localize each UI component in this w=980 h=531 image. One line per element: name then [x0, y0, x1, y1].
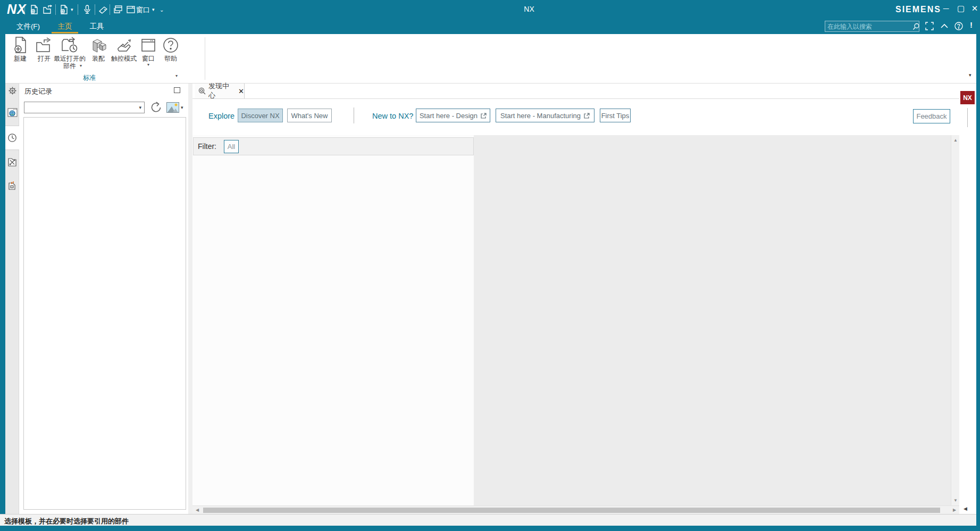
search-input[interactable] — [825, 23, 912, 30]
combobox-caret-icon[interactable]: ▾ — [139, 105, 141, 110]
ribbon-touch-mode-label: 触控模式 — [107, 55, 140, 63]
history-list[interactable] — [23, 117, 186, 510]
menu-bar: 文件(F) 主页 工具 ! — [0, 19, 980, 34]
window-menu-caret[interactable]: ▾ — [152, 7, 155, 12]
history-clock-icon[interactable] — [5, 131, 19, 145]
scroll-right-icon[interactable]: ▶ — [953, 508, 956, 512]
whats-new-button[interactable]: What's New — [287, 109, 332, 122]
feedback-button[interactable]: Feedback — [913, 109, 950, 123]
ribbon-recent-parts-caret[interactable]: ▾ — [80, 64, 82, 68]
window-title: NX — [510, 5, 548, 13]
start-here-manufacturing-label: Start here - Manufacturing — [500, 112, 581, 120]
discovery-tab-label: 发现中心 — [208, 81, 234, 101]
ribbon-window-caret[interactable]: ▾ — [136, 63, 161, 67]
help-icon[interactable] — [954, 21, 964, 31]
window-border-bottom — [0, 526, 980, 531]
window-border-right — [976, 0, 980, 531]
vertical-scrollbar[interactable]: ▲ ▼ — [951, 135, 959, 505]
filter-bar: Filter: All — [193, 137, 474, 155]
discover-nx-button[interactable]: Discover NX — [238, 109, 283, 122]
resource-bar — [5, 84, 19, 514]
discovery-list-panel — [192, 135, 474, 505]
history-preview-caret[interactable]: ▾ — [181, 105, 183, 110]
horizontal-scrollbar[interactable]: ◀ ▶ — [192, 505, 959, 514]
divider — [55, 4, 56, 15]
divider — [354, 107, 354, 123]
ribbon-group-standard: 标准 — [64, 73, 115, 82]
touch-eraser-icon[interactable] — [98, 4, 108, 15]
alert-icon[interactable]: ! — [970, 20, 973, 29]
window-menu[interactable]: 窗口 — [136, 5, 150, 15]
restore-window-icon[interactable] — [125, 4, 136, 15]
scrollbar-thumb[interactable] — [203, 508, 940, 513]
title-bar: NX ▾ — [0, 0, 980, 19]
ribbon-touch-mode-button[interactable]: 触控模式 — [107, 36, 140, 63]
tab-bar-border — [192, 98, 959, 99]
maximize-button[interactable]: ▢ — [955, 4, 967, 13]
filter-label: Filter: — [198, 142, 216, 151]
divider — [110, 4, 110, 15]
ribbon: 新建 打开 最近打开的部件 ▾ 装配 — [5, 34, 976, 84]
ribbon-help-button[interactable]: 帮助 — [160, 36, 182, 63]
microphone-icon[interactable] — [82, 4, 93, 15]
discovery-center: 发现中心 ✕ Explore Discover NX What's New Ne… — [192, 84, 959, 514]
history-undock-icon[interactable] — [174, 87, 180, 93]
history-refresh-icon[interactable] — [150, 101, 163, 114]
window-border-left — [0, 0, 5, 531]
ribbon-group-divider — [205, 37, 205, 80]
minimize-button[interactable]: ─ — [940, 4, 952, 13]
divider — [78, 4, 78, 15]
ribbon-window-label: 窗口 — [136, 55, 161, 63]
explore-label: Explore — [208, 112, 234, 120]
ribbon-options-caret[interactable]: ▾ — [969, 72, 971, 78]
history-filter-combobox[interactable]: ▾ — [24, 102, 145, 113]
discovery-detail-panel — [474, 135, 951, 505]
history-preview-icon[interactable] — [166, 102, 179, 113]
tab-home[interactable]: 主页 — [53, 22, 77, 31]
ribbon-help-label: 帮助 — [160, 55, 182, 63]
first-tips-button[interactable]: First Tips — [600, 109, 631, 122]
filter-all-button[interactable]: All — [224, 140, 239, 153]
fullscreen-icon[interactable] — [925, 21, 934, 31]
tab-close-icon[interactable]: ✕ — [238, 87, 244, 95]
new-item-dropdown-caret[interactable]: ▾ — [71, 7, 73, 12]
minimize-ribbon-icon[interactable] — [940, 21, 949, 31]
discovery-center-tab[interactable]: 发现中心 ✕ — [195, 84, 245, 98]
divider — [95, 4, 95, 15]
start-here-manufacturing-button[interactable]: Start here - Manufacturing — [496, 109, 594, 122]
start-here-design-button[interactable]: Start here - Design — [416, 109, 490, 122]
scroll-up-icon[interactable]: ▲ — [951, 138, 960, 143]
tab-tools[interactable]: 工具 — [85, 22, 108, 31]
tools-icon[interactable] — [5, 155, 19, 169]
nx-application-window: NX ▾ — [0, 0, 980, 531]
search-icon[interactable] — [912, 22, 920, 31]
status-bar: 选择模板，并在必要时选择要引用的部件 — [0, 514, 976, 526]
web-browser-icon[interactable] — [5, 105, 19, 119]
new-item-icon[interactable] — [58, 4, 69, 15]
nx-version-badge: NX — [960, 91, 975, 104]
new-to-nx-label: New to NX? — [372, 112, 413, 120]
command-search[interactable] — [825, 21, 919, 32]
history-panel: 历史记录 ▾ ▾ — [19, 84, 188, 514]
scroll-down-icon[interactable]: ▼ — [951, 498, 960, 503]
ribbon-group-caret[interactable]: ▾ — [175, 73, 178, 78]
close-button[interactable]: ✕ — [969, 4, 980, 13]
external-link-icon — [584, 113, 590, 119]
quick-access-customize-caret[interactable]: ⌄ — [160, 7, 164, 13]
external-link-icon — [481, 113, 487, 119]
ribbon-window-button[interactable]: 窗口 ▾ — [136, 36, 161, 67]
cascade-windows-icon[interactable] — [113, 4, 123, 15]
history-panel-title: 历史记录 — [24, 87, 52, 96]
panel-splitter[interactable] — [188, 84, 192, 514]
open-icon[interactable] — [43, 4, 53, 15]
part-template-icon[interactable] — [5, 179, 19, 193]
gutter-divider — [967, 108, 968, 127]
siemens-logo: SIEMENS — [895, 5, 941, 14]
divider — [24, 4, 25, 15]
roles-gear-icon[interactable] — [5, 84, 19, 97]
collapse-panel-icon[interactable]: ◀ — [964, 506, 967, 511]
active-tab-underline — [52, 32, 78, 34]
new-part-icon[interactable] — [29, 4, 39, 15]
tab-file[interactable]: 文件(F) — [13, 22, 44, 31]
scroll-left-icon[interactable]: ◀ — [196, 508, 199, 512]
